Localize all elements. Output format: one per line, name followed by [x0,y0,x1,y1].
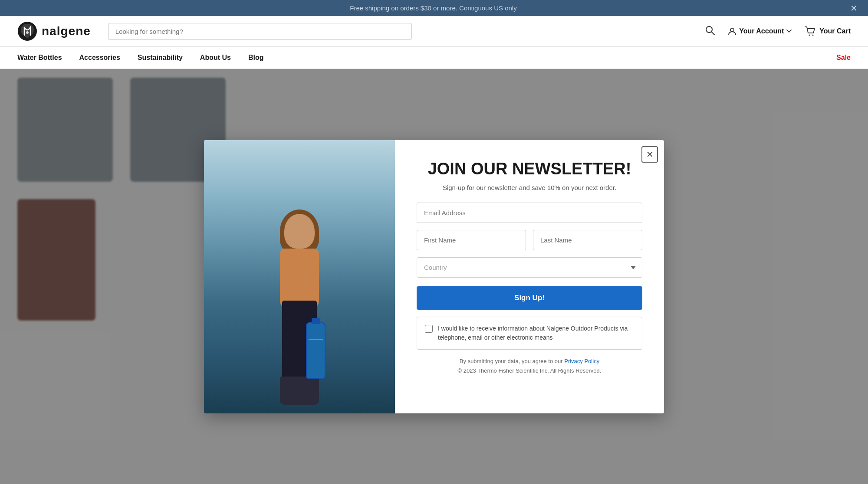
person-figure [256,205,343,413]
logo-text: nalgene [42,24,91,38]
privacy-policy-line: By submitting your data, you agree to ou… [417,357,642,366]
announcement-text: Free shipping on orders $30 or more. [350,4,459,12]
footer-prefix: By submitting your data, you agree to ou… [460,358,564,364]
nav-item-sustainability[interactable]: Sustainability [138,47,183,69]
nav-item-sale[interactable]: Sale [836,47,851,69]
svg-point-4 [730,28,734,32]
last-name-input[interactable] [533,230,642,250]
modal-image-panel [204,140,395,413]
modal-footer: By submitting your data, you agree to ou… [417,357,642,376]
close-icon: ✕ [646,149,654,160]
nav-item-about[interactable]: About Us [200,47,231,69]
modal-image-person [204,140,395,413]
logo[interactable]: nalgene [17,21,91,41]
svg-point-1 [26,31,29,34]
chevron-down-icon [786,29,792,33]
search-input[interactable] [108,23,412,40]
country-field-group: Country United States Canada United King… [417,257,642,278]
newsletter-modal: ✕ JOIN OUR NEWSLETTER! Sign-up for our n… [204,140,664,413]
cart-button[interactable]: Your Cart [805,26,851,36]
consent-checkbox[interactable] [425,325,433,333]
email-input[interactable] [417,203,642,223]
nav-item-water-bottles[interactable]: Water Bottles [17,47,62,69]
modal-close-button[interactable]: ✕ [641,146,658,163]
privacy-policy-link[interactable]: Privacy Policy [564,358,599,364]
person-boots [280,377,319,405]
svg-point-6 [812,35,814,36]
nav-item-blog[interactable]: Blog [248,47,264,69]
nav-item-accessories[interactable]: Accessories [79,47,120,69]
modal-content-panel: ✕ JOIN OUR NEWSLETTER! Sign-up for our n… [395,140,664,413]
nalgene-logo-icon [17,21,37,41]
header-actions: Your Account Your Cart [705,26,851,37]
main-navigation: Water Bottles Accessories Sustainability… [0,47,868,69]
search-icon-button[interactable] [705,26,715,37]
svg-line-3 [711,32,714,35]
name-fields-row [417,230,642,250]
announcement-close-button[interactable]: ✕ [850,3,858,13]
account-button[interactable]: Your Account [728,27,792,36]
person-torso [280,249,319,309]
search-icon [705,26,715,35]
announcement-link[interactable]: Contiguous US only. [459,4,518,12]
account-label: Your Account [739,27,784,35]
modal-subtitle: Sign-up for our newsletter and save 10% … [417,184,642,191]
announcement-bar: Free shipping on orders $30 or more. Con… [0,0,868,16]
country-select[interactable]: Country United States Canada United King… [417,257,642,278]
search-container [108,23,412,40]
copyright-line: © 2023 Thermo Fisher Scientific Inc. All… [417,366,642,376]
email-field-group [417,203,642,223]
first-name-input[interactable] [417,230,526,250]
header: nalgene Your Account [0,16,868,47]
water-bottle-prop [306,322,326,379]
modal-overlay: ✕ JOIN OUR NEWSLETTER! Sign-up for our n… [0,69,868,484]
person-head [284,214,315,249]
svg-point-5 [809,35,810,36]
cart-label: Your Cart [819,27,851,35]
modal-title: JOIN OUR NEWSLETTER! [417,160,642,178]
consent-text: I would like to receive information abou… [438,324,634,342]
consent-section: I would like to receive information abou… [417,317,642,350]
account-icon [728,27,736,36]
signup-button[interactable]: Sign Up! [417,286,642,310]
page-content: ✕ JOIN OUR NEWSLETTER! Sign-up for our n… [0,69,868,484]
cart-icon [805,26,816,36]
